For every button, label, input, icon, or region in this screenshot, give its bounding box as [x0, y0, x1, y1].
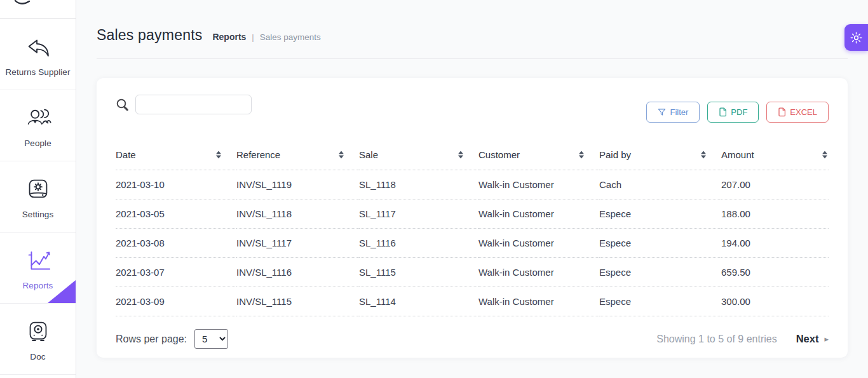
- table-cell: Espece: [599, 199, 721, 229]
- partial-icon: [14, 0, 31, 6]
- column-header-reference[interactable]: Reference: [236, 140, 359, 170]
- next-label: Next: [796, 333, 819, 345]
- filter-button[interactable]: Filter: [646, 102, 700, 123]
- export-buttons: Filter PDF EXCEL: [646, 102, 829, 123]
- sort-arrows-icon[interactable]: [216, 151, 221, 159]
- sidebar-item-doc[interactable]: Doc: [0, 304, 76, 375]
- column-label: Sale: [359, 149, 378, 160]
- pagination-area: Showing 1 to 5 of 9 entries Next ▸: [656, 333, 829, 345]
- table-cell: 2021-03-09: [116, 287, 236, 316]
- sidebar-item-label: Doc: [30, 352, 45, 361]
- file-icon: [719, 107, 727, 117]
- table-cell: INV/SL_1118: [236, 199, 359, 229]
- table-cell: Walk-in Customer: [478, 170, 599, 199]
- rows-per-page-label: Rows per page:: [116, 334, 187, 345]
- theme-settings-button[interactable]: [844, 24, 868, 51]
- sidebar-item-settings[interactable]: Settings: [0, 161, 76, 233]
- rows-per-page-select[interactable]: 5: [194, 329, 228, 349]
- table-cell: 2021-03-07: [116, 258, 236, 287]
- breadcrumb: Reports | Sales payments: [212, 32, 320, 42]
- table-cell: 194.00: [721, 229, 829, 258]
- column-label: Paid by: [599, 149, 631, 160]
- filter-button-label: Filter: [670, 108, 688, 116]
- table-cell: Walk-in Customer: [478, 199, 599, 229]
- table-cell: SL_1115: [359, 258, 478, 287]
- people-icon: [24, 104, 53, 133]
- table-footer: Rows per page: 5 Showing 1 to 5 of 9 ent…: [116, 329, 829, 349]
- table-cell: Espece: [599, 229, 721, 258]
- line-chart-icon: [24, 246, 53, 275]
- report-card: Filter PDF EXCEL: [97, 78, 848, 358]
- table-row: 2021-03-08INV/SL_1117SL_1116Walk-in Cust…: [116, 229, 829, 258]
- page-title: Sales payments: [97, 27, 202, 44]
- column-header-amount[interactable]: Amount: [721, 140, 829, 170]
- table-cell: Espece: [599, 258, 721, 287]
- table-body: 2021-03-10INV/SL_1119SL_1118Walk-in Cust…: [116, 170, 829, 316]
- breadcrumb-current-page: Sales payments: [260, 32, 321, 42]
- return-arrow-icon: [24, 32, 53, 62]
- column-label: Amount: [721, 149, 754, 160]
- chevron-right-icon: ▸: [824, 334, 829, 344]
- column-header-paid-by[interactable]: Paid by: [599, 140, 721, 170]
- sidebar-item-people[interactable]: People: [0, 90, 76, 161]
- table-cell: Walk-in Customer: [478, 287, 599, 316]
- table-cell: 207.00: [721, 170, 829, 199]
- header-divider: [97, 58, 848, 59]
- table-cell: INV/SL_1117: [236, 229, 359, 258]
- table-row: 2021-03-07INV/SL_1116SL_1115Walk-in Cust…: [116, 258, 829, 287]
- table-cell: INV/SL_1119: [236, 170, 359, 199]
- table-cell: SL_1118: [359, 170, 478, 199]
- next-page-button[interactable]: Next ▸: [796, 333, 829, 345]
- sidebar-item-label: People: [24, 138, 51, 148]
- table-cell: Cach: [599, 170, 721, 199]
- breadcrumb-section: Reports: [212, 32, 246, 42]
- table-cell: Espece: [599, 287, 721, 316]
- table-cell: 2021-03-10: [116, 170, 236, 199]
- table-cell: SL_1117: [359, 199, 478, 229]
- table-cell: 2021-03-08: [116, 229, 236, 258]
- column-label: Customer: [478, 149, 520, 160]
- table-header-row: Date Reference Sale Customer: [116, 140, 829, 170]
- funnel-icon: [658, 108, 666, 116]
- excel-button-label: EXCEL: [790, 108, 817, 116]
- breadcrumb-separator: |: [252, 32, 254, 42]
- table-cell: 659.50: [721, 258, 829, 287]
- sidebar-item-reports[interactable]: Reports: [0, 233, 76, 304]
- file-icon: [778, 107, 786, 117]
- settings-drive-icon: [24, 175, 53, 204]
- sidebar-item-returns-supplier[interactable]: Returns Supplier: [0, 19, 76, 90]
- page-header: Sales payments Reports | Sales payments: [76, 0, 868, 44]
- sidebar: Returns Supplier People Settings: [0, 0, 76, 378]
- search-input[interactable]: [135, 95, 252, 114]
- column-label: Reference: [236, 149, 280, 160]
- pdf-button[interactable]: PDF: [707, 102, 759, 123]
- excel-button[interactable]: EXCEL: [766, 102, 829, 123]
- sort-arrows-icon[interactable]: [822, 151, 827, 159]
- table-cell: 300.00: [721, 287, 829, 316]
- table-cell: INV/SL_1115: [236, 287, 359, 316]
- table-row: 2021-03-09INV/SL_1115SL_1114Walk-in Cust…: [116, 287, 829, 316]
- search-area: [116, 95, 252, 114]
- gear-icon: [850, 31, 863, 44]
- search-icon: [116, 98, 130, 112]
- sidebar-item-label: Returns Supplier: [5, 67, 70, 77]
- table-row: 2021-03-10INV/SL_1119SL_1118Walk-in Cust…: [116, 170, 829, 199]
- sort-arrows-icon[interactable]: [458, 151, 463, 159]
- sidebar-item-label: Settings: [22, 210, 54, 219]
- sort-arrows-icon[interactable]: [579, 151, 584, 159]
- table-cell: SL_1114: [359, 287, 478, 316]
- column-header-customer[interactable]: Customer: [478, 140, 599, 170]
- sort-arrows-icon[interactable]: [701, 151, 706, 159]
- column-header-sale[interactable]: Sale: [359, 140, 478, 170]
- table-cell: Walk-in Customer: [478, 229, 599, 258]
- column-label: Date: [116, 149, 136, 160]
- table-cell: INV/SL_1116: [236, 258, 359, 287]
- table-row: 2021-03-05INV/SL_1118SL_1117Walk-in Cust…: [116, 199, 829, 229]
- sidebar-top-divider: [0, 0, 76, 19]
- showing-entries-text: Showing 1 to 5 of 9 entries: [656, 334, 776, 345]
- column-header-date[interactable]: Date: [116, 140, 236, 170]
- table-header: Date Reference Sale Customer: [116, 140, 829, 170]
- table-cell: 188.00: [721, 199, 829, 229]
- sort-arrows-icon[interactable]: [339, 151, 344, 159]
- table-cell: SL_1116: [359, 229, 478, 258]
